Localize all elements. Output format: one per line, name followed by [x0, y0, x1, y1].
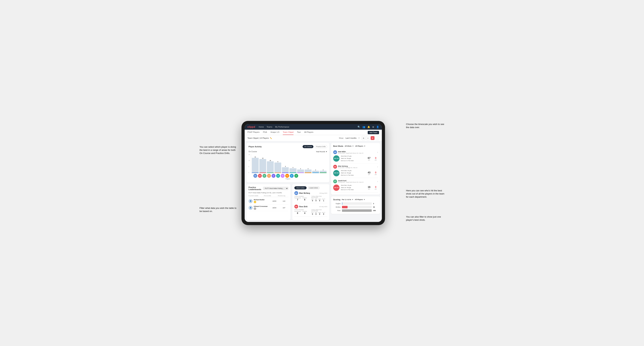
tournament-stat-0: Tournament 7 — [294, 197, 301, 201]
avatar-9[interactable]: LR — [294, 174, 298, 178]
gtt-label-1: GTT — [311, 212, 314, 213]
drill-select[interactable]: PUTT Must Make Putting ... — [263, 187, 288, 190]
sub-nav-team-clippd[interactable]: Team Clippd — [283, 130, 294, 135]
bar-group-4: 5 — [282, 154, 289, 173]
activity-player-info-0: BM Blair McHarg — [294, 191, 310, 195]
player-activity-card: Player Activity On Course Practice Drill… — [246, 143, 329, 182]
edit-team-icon[interactable]: ✏️ — [270, 137, 272, 139]
team-header-right: Show: Last 3 months ▼ ⊞ ≡ ♥ ⋮ — [339, 136, 379, 140]
arg-val-0: 0 — [318, 200, 321, 202]
scoring-card: Scoring Par 3, 4 & 5s ▼ All Players ▼ Ea… — [331, 196, 380, 214]
shot-chevron-icon-2[interactable]: › — [377, 180, 378, 183]
putt-stat-1: PUTT 0 — [322, 212, 325, 215]
shot-stats-2: 198 SG Shot Dist: 16 ydsStart Lie: Rough… — [333, 184, 378, 191]
bar-3[interactable] — [274, 163, 281, 173]
arg-stat-1: ARG 0 — [318, 212, 321, 215]
bar-8[interactable] — [312, 171, 319, 173]
bar-2[interactable] — [267, 161, 274, 173]
avatar-7[interactable]: MM — [285, 174, 289, 178]
pb-score-0: 19/20 — [269, 200, 280, 202]
all-players-filter[interactable]: All Players ▼ — [355, 145, 366, 147]
most-active-tab[interactable]: Most Active — [294, 186, 306, 189]
annotation-left-1: You can select which player is doing the… — [200, 145, 238, 155]
practice-drills-toggle[interactable]: Practice Drills — [314, 145, 327, 148]
sub-nav-pgat[interactable]: PGAT Players — [248, 130, 260, 135]
practice-val-0: 6 — [302, 198, 307, 201]
avatar-2[interactable]: DF — [262, 174, 266, 178]
nav-my-performance[interactable]: My Performance — [275, 126, 289, 128]
settings-view-button[interactable]: ⋮ — [375, 136, 379, 140]
practice-avatar-0: 👤 — [248, 199, 253, 203]
user-icon[interactable]: 👤 — [376, 126, 379, 128]
chart-filter-dropdown[interactable]: Total Rounds ▼ — [316, 151, 327, 153]
avatar-3[interactable]: JC — [267, 174, 271, 178]
sub-nav-tour[interactable]: Tour — [297, 130, 301, 135]
avatar-1[interactable]: RB — [258, 174, 262, 178]
bar-group-5: 4 — [290, 154, 296, 173]
search-icon[interactable]: 🔍 — [358, 126, 360, 128]
sub-nav-hcaps[interactable]: Hcaps 1-5 — [270, 130, 279, 135]
all-shots-filter[interactable]: All Shots ▼ — [344, 145, 354, 147]
on-course-label: On Course — [248, 151, 257, 153]
putt-label-0: PUTT — [322, 198, 325, 200]
scoring-row-2: Pars 499 — [333, 209, 378, 212]
show-chevron-icon[interactable]: ▼ — [358, 137, 360, 139]
sub-nav-all-players[interactable]: All Players — [304, 130, 314, 135]
avatar-6[interactable]: RB — [281, 174, 284, 178]
avatar-5[interactable]: OB — [276, 174, 280, 178]
list-view-button[interactable]: ≡ — [366, 136, 370, 140]
sub-nav-pga[interactable]: PGA — [263, 130, 267, 135]
practice-col-headers: Player Name PB Score PB Avg SQ — [248, 195, 288, 197]
shot-stats-0: 200 SG Shot Dist: 67 ydsStart Lie: Rough… — [333, 155, 378, 162]
practice-stat-0: Practice 6 — [302, 197, 307, 201]
bar-1[interactable] — [259, 159, 266, 173]
shot-avatar-1: BM — [333, 165, 337, 169]
team-header: Team Clippd | 14 Players ✏️ Show: Last 3… — [245, 135, 382, 141]
bell-icon[interactable]: 🔔 — [367, 126, 370, 128]
add-team-button[interactable]: Add Team — [368, 131, 379, 134]
nav-icons: 🔍 👥 🔔 ⊕ 👤 — [358, 126, 379, 128]
shot-row-1[interactable]: BM Blair McHarg 23 Jul 2023 · Ashridge G… — [333, 163, 378, 178]
shot-detail-0: 09 Jun 2023 · Royal North Devon GC, Hole… — [338, 153, 363, 154]
people-icon[interactable]: 👥 — [362, 126, 365, 128]
bar-0[interactable] — [252, 158, 259, 173]
practice-rows: 👤 Richard Butler 1 19/20 110 👤 Edward Cr… — [248, 198, 288, 211]
bar-9[interactable] — [320, 171, 326, 173]
practice-row-1[interactable]: 👤 Edward Crossman 2 18/20 107 — [248, 204, 288, 211]
shot-chevron-icon-1[interactable]: › — [377, 165, 378, 168]
practice-row-0[interactable]: 👤 Richard Butler 1 19/20 110 — [248, 198, 288, 204]
bar-7[interactable] — [305, 170, 312, 173]
shot-row-0[interactable]: MM Matt Miller 09 Jun 2023 · Royal North… — [333, 149, 378, 163]
shot-chevron-icon-0[interactable]: › — [377, 151, 378, 154]
nav-teams[interactable]: Teams — [267, 126, 272, 128]
shot-player-header-1: BM Blair McHarg 23 Jul 2023 · Ashridge G… — [333, 165, 378, 169]
circle-plus-icon[interactable]: ⊕ — [372, 126, 374, 128]
bar-4[interactable] — [282, 167, 289, 173]
nav-home[interactable]: Home — [259, 126, 264, 128]
tablet-frame: clippd Home Teams My Performance 🔍 👥 🔔 ⊕… — [242, 121, 385, 225]
avatar-4[interactable]: EE — [272, 174, 276, 178]
shot-row-2[interactable]: DF David Ford 24 Aug 2023 · Royal North … — [333, 178, 378, 192]
putt-val-0: 1 — [322, 200, 325, 202]
scoring-players-filter[interactable]: All Players ▼ — [355, 199, 365, 200]
practice-activities-0: Total Practice Activities GTT 0 APP 0 — [311, 196, 327, 202]
heart-view-button[interactable]: ♥ — [371, 136, 374, 140]
bar-value-0: 13 — [254, 156, 256, 158]
annotation-right-3: You can also filter to show just one pla… — [406, 215, 444, 222]
avatar-8[interactable]: EC — [290, 174, 294, 178]
least-active-tab[interactable]: Least Active — [307, 186, 320, 189]
bar-6[interactable] — [297, 170, 304, 173]
bar-5[interactable] — [290, 168, 296, 173]
practice-avatar-1: 👤 — [248, 206, 253, 210]
on-course-toggle[interactable]: On Course — [302, 145, 314, 148]
scoring-par-chevron-icon: ▼ — [352, 199, 354, 200]
show-select[interactable]: Last 3 months — [346, 137, 356, 139]
bar-highlight-3 — [274, 173, 281, 173]
activity-avatar-0: BM — [294, 191, 298, 195]
grid-view-button[interactable]: ⊞ — [362, 136, 366, 140]
scoring-par-filter[interactable]: Par 3, 4 & 5s ▼ — [342, 199, 353, 200]
avatar-0[interactable]: BM — [254, 174, 257, 178]
rank-icon-1: 2 — [254, 207, 256, 210]
tournament-val-0: 7 — [294, 198, 301, 201]
practice-rank-badge-1: 2 — [254, 207, 268, 210]
